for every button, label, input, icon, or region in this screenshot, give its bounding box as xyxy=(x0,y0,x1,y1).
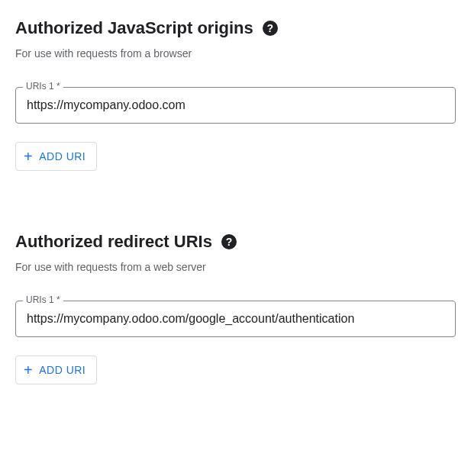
add-uri-label: ADD URI xyxy=(39,364,85,376)
add-uri-button[interactable]: + ADD URI xyxy=(15,355,97,384)
js-origins-input-wrapper: URIs 1 * xyxy=(15,87,456,124)
js-origins-header: Authorized JavaScript origins ? xyxy=(15,18,456,38)
redirect-uris-description: For use with requests from a web server xyxy=(15,261,456,273)
js-origins-description: For use with requests from a browser xyxy=(15,47,456,60)
redirect-uris-section: Authorized redirect URIs ? For use with … xyxy=(15,232,456,384)
redirect-uris-uri-input[interactable] xyxy=(15,301,456,337)
redirect-uris-input-wrapper: URIs 1 * xyxy=(15,301,456,337)
js-origins-title: Authorized JavaScript origins xyxy=(15,18,253,38)
js-origins-input-label: URIs 1 * xyxy=(23,81,63,92)
redirect-uris-header: Authorized redirect URIs ? xyxy=(15,232,456,252)
add-uri-label: ADD URI xyxy=(39,150,85,162)
plus-icon: + xyxy=(24,149,33,164)
redirect-uris-title: Authorized redirect URIs xyxy=(15,232,212,252)
redirect-uris-input-label: URIs 1 * xyxy=(23,294,63,305)
help-icon[interactable]: ? xyxy=(221,234,237,249)
add-uri-button[interactable]: + ADD URI xyxy=(15,142,97,171)
js-origins-uri-input[interactable] xyxy=(15,87,456,124)
js-origins-section: Authorized JavaScript origins ? For use … xyxy=(15,18,456,171)
help-icon[interactable]: ? xyxy=(263,21,278,36)
plus-icon: + xyxy=(24,362,33,378)
